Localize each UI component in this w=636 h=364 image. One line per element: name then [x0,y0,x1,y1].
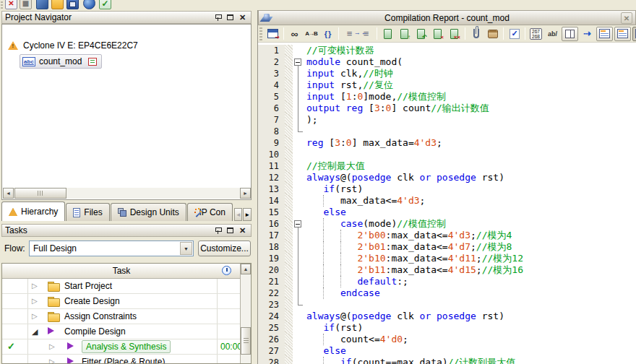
expand-icon[interactable]: ▷ [49,342,55,351]
task-table-header[interactable]: Task [2,264,240,279]
code-line[interactable]: 24always@(posedge clk or posedge rst) [258,311,636,322]
code-line[interactable]: 20 2'b11:max_data<=4'd15;//模为16 [258,264,636,276]
tab-design-units[interactable]: Design Units [111,203,186,221]
code-text[interactable] [304,299,636,311]
code-line[interactable]: 28 if(count==max_data)//计数到最大值 [258,357,636,364]
code-line[interactable]: 9reg [3:0] max_data=4'd3; [258,137,636,149]
code-text[interactable]: 2'b01:max_data<=4'd7;//模为8 [304,241,636,253]
report-layout-2-icon[interactable] [614,27,631,41]
toolbar-grip[interactable] [1,0,3,10]
scroll-up-icon[interactable]: ▲ [241,264,251,274]
code-text[interactable]: if(count==max_data)//计数到最大值 [304,357,636,364]
code-text[interactable]: max_data<=4'd3; [304,195,636,207]
code-editor[interactable]: 1//可变模计数器2module count_mod(3input clk,//… [258,43,636,364]
expand-icon[interactable]: ▷ [32,312,38,321]
code-text[interactable]: 2'b10:max_data<=4'd11;//模为12 [304,253,636,264]
tab-scroll-left-icon[interactable]: ◄ [234,208,243,221]
close-icon[interactable]: ✕ [237,12,248,22]
code-line[interactable]: 27 else [258,345,636,357]
scroll-right-icon[interactable]: ► [240,188,251,199]
code-line[interactable]: 14 max_data<=4'd3; [258,195,636,207]
editor-icon[interactable] [36,0,48,9]
code-text[interactable]: ); [304,114,636,126]
code-line[interactable]: 21 default:; [258,276,636,287]
code-text[interactable] [304,149,636,160]
scrollbar-thumb[interactable] [241,327,251,355]
pin-icon[interactable] [212,225,223,235]
bookmark-icon[interactable] [380,27,395,41]
code-text[interactable]: else [304,207,636,218]
code-text[interactable]: endcase [304,287,636,299]
task-row[interactable]: ▷Fitter (Place & Route) [2,355,240,364]
match-brackets-icon[interactable]: { } [320,27,335,41]
world-icon[interactable] [83,0,95,9]
expand-icon[interactable]: ▷ [32,282,38,290]
code-line[interactable]: 12always@(posedge clk or posedge rst) [258,172,636,183]
code-text[interactable]: if(rst) [304,183,636,195]
tree-item-count-mod[interactable]: abc count_mod [2,53,251,69]
code-text[interactable]: if(rst) [304,322,636,334]
code-text[interactable]: always@(posedge clk or posedge rst) [304,172,636,183]
code-line[interactable]: 19 2'b10:max_data<=4'd11;//模为12 [258,253,636,264]
code-text[interactable]: output reg [3:0] count//输出计数值 [304,103,636,114]
chevron-down-icon[interactable]: ▼ [180,242,192,255]
new-project-icon[interactable]: ✕ [5,0,17,9]
report-layout-1-icon[interactable] [596,27,613,41]
indent-icon[interactable]: ≡→ [342,27,357,41]
delete-bookmark-icon[interactable]: × [430,27,445,41]
next-bookmark-icon[interactable]: ↑ [397,27,412,41]
code-line[interactable]: 11//控制最大值 [258,160,636,172]
tab-files[interactable]: Files [66,203,109,221]
code-line[interactable]: 25 if(rst) [258,322,636,334]
code-line[interactable]: 2module count_mod( [258,56,636,68]
grid-icon[interactable]: ▦ [20,0,32,9]
code-text[interactable]: input rst,//复位 [304,79,636,91]
code-text[interactable]: module count_mod( [304,56,636,68]
code-line[interactable]: 16 case(mode)//模值控制 [258,218,636,230]
attach-icon[interactable] [468,27,484,41]
code-text[interactable]: always@(posedge clk or posedge rst) [304,311,636,322]
task-row[interactable]: ▷Assign Constraints [2,309,240,324]
fold-collapse-icon[interactable] [294,58,301,66]
expand-icon[interactable]: ▷ [49,358,55,364]
code-line[interactable]: 13 if(rst) [258,183,636,195]
fold-column[interactable] [293,56,304,68]
code-line[interactable]: 3input clk,//时钟 [258,68,636,79]
assignment-check-icon[interactable]: ✓ [99,0,111,9]
code-text[interactable]: //可变模计数器 [304,45,636,56]
horizontal-scrollbar[interactable]: ◄ ► [3,188,251,199]
task-label[interactable]: Assign Constraints [64,311,137,321]
code-line[interactable]: 15 else [258,207,636,218]
task-label[interactable]: Fitter (Place & Route) [82,357,165,364]
task-row[interactable]: ▷Create Design [2,294,240,309]
comment-icon[interactable]: ab/ [545,27,560,41]
tab-ip-con[interactable]: IP Con [187,203,233,221]
code-text[interactable]: else [304,345,636,357]
report-layout-3-icon[interactable] [632,27,636,41]
split-window-icon[interactable] [562,27,578,41]
code-text[interactable] [304,126,636,137]
line-count-badge[interactable]: 267268 [528,27,543,41]
code-text[interactable]: input [1:0]mode,//模值控制 [304,91,636,103]
tree-item-device[interactable]: Cyclone IV E: EP4CE6E22C7 [2,38,251,53]
code-line[interactable]: 18 2'b01:max_data<=4'd7;//模为8 [258,241,636,253]
find-icon[interactable]: ∞ [287,27,302,41]
flow-select[interactable]: Full Design ▼ [29,240,194,256]
code-text[interactable]: count<=4'd0; [304,334,636,345]
code-line[interactable]: 17 2'b00:max_data<=4'd3;//模为4 [258,230,636,241]
code-text[interactable]: case(mode)//模值控制 [304,218,636,230]
unindent-icon[interactable]: ≡← [358,27,374,41]
replace-icon[interactable]: A→B [304,27,319,41]
code-text[interactable]: reg [3:0] max_data=4'd3; [304,137,636,149]
pin-icon[interactable] [212,12,223,22]
code-line[interactable]: 8 [258,126,636,137]
task-label[interactable]: Start Project [64,281,112,291]
code-line[interactable]: 10 [258,149,636,160]
float-window-icon[interactable] [225,225,236,235]
code-line[interactable]: 5input [1:0]mode,//模值控制 [258,91,636,103]
close-icon[interactable]: ✕ [237,225,248,235]
close-icon[interactable]: ✕ [621,12,632,24]
expand-icon[interactable]: ▷ [32,297,38,306]
code-line[interactable]: 26 count<=4'd0; [258,334,636,345]
fold-column[interactable] [293,218,304,230]
